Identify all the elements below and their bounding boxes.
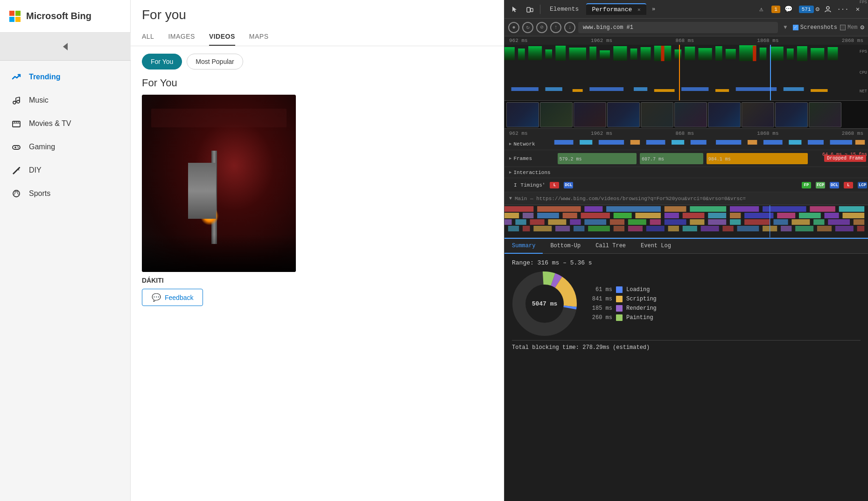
svg-rect-103 — [584, 219, 606, 225]
donut-chart: 5047 ms — [512, 271, 577, 336]
svg-rect-124 — [628, 226, 643, 231]
svg-rect-118 — [523, 226, 530, 231]
legend-painting: 260 ms Painting — [587, 314, 657, 321]
svg-rect-43 — [828, 47, 838, 60]
legend-loading-color — [616, 286, 623, 293]
svg-rect-86 — [581, 213, 610, 218]
url-dropdown-arrow[interactable]: ▼ — [781, 22, 790, 33]
svg-rect-51 — [634, 87, 647, 91]
tab-all[interactable]: ALL — [142, 29, 154, 46]
main-content: For you ALL IMAGES VIDEOS MAPS For You M… — [131, 0, 504, 501]
video-area — [131, 95, 504, 272]
feedback-button[interactable]: 💬 Feedback — [142, 289, 203, 306]
sidebar-item-trending[interactable]: Trending — [0, 65, 130, 89]
network-expand-icon[interactable]: ▶ — [509, 141, 511, 146]
time-marker-2: 868 ms — [675, 131, 694, 136]
refresh-button[interactable]: ↻ — [522, 22, 533, 33]
user-icon[interactable] — [821, 3, 834, 16]
capture-settings-icon[interactable]: ⚙ — [861, 23, 864, 31]
memory-checkbox[interactable]: Mem — [840, 24, 858, 31]
sidebar-collapse-button[interactable] — [0, 33, 131, 61]
perf-timeline: 962 ms 1962 ms 868 ms 1868 ms 2868 ms FP… — [504, 36, 868, 501]
frame-bar: 579.2 ms — [558, 153, 637, 164]
divider — [540, 5, 540, 14]
tab-maps[interactable]: MAPS — [249, 29, 269, 46]
svg-rect-125 — [646, 226, 665, 231]
pill-most-popular[interactable]: Most Popular — [187, 54, 243, 70]
upload-button[interactable]: ↑ — [550, 22, 561, 33]
movies-icon — [11, 118, 21, 129]
sidebar: Microsoft Bing Trending — [0, 0, 131, 501]
sidebar-item-diy[interactable]: DIY — [0, 159, 130, 182]
tab-performance[interactable]: Performance ✕ — [586, 3, 646, 15]
close-performance-tab[interactable]: ✕ — [637, 7, 641, 13]
svg-rect-65 — [716, 140, 741, 145]
tab-elements[interactable]: Elements — [544, 4, 584, 14]
sidebar-item-sports[interactable]: Sports — [0, 182, 130, 205]
svg-rect-83 — [523, 213, 533, 218]
interactions-expand-icon[interactable]: ▶ — [509, 170, 511, 175]
cpu-chart — [504, 63, 845, 84]
legend-rendering-label: Rendering — [626, 305, 657, 312]
summary-tab-eventlog[interactable]: Event Log — [633, 239, 679, 254]
total-blocking-time: Total blocking time: 278.29ms (estimated… — [512, 340, 861, 351]
frames-expand-icon[interactable]: ▶ — [509, 156, 511, 161]
record-button[interactable]: ● — [508, 22, 519, 33]
main-thread-expand-icon[interactable]: ▼ — [509, 196, 512, 201]
screenshots-check-icon: ✓ — [793, 25, 798, 30]
music-icon — [11, 95, 21, 105]
svg-rect-74 — [584, 206, 602, 212]
svg-rect-132 — [781, 226, 791, 231]
sidebar-item-label: Movies & TV — [29, 119, 71, 128]
summary-content: Range: 316 ms – 5.36 s — [504, 254, 868, 356]
filter-pills: For You Most Popular — [131, 46, 504, 77]
trending-icon — [11, 72, 21, 82]
svg-rect-52 — [654, 89, 675, 92]
sidebar-item-gaming[interactable]: Gaming — [0, 135, 130, 159]
sidebar-item-movies[interactable]: Movies & TV — [0, 112, 130, 135]
svg-rect-53 — [681, 87, 708, 91]
svg-rect-76 — [665, 206, 686, 212]
svg-rect-73 — [537, 206, 581, 212]
feedback-icon: 💬 — [152, 293, 161, 302]
svg-rect-44 — [661, 46, 664, 61]
tab-images[interactable]: IMAGES — [168, 29, 195, 46]
summary-tab-calltree[interactable]: Call Tree — [588, 239, 633, 254]
cursor-tool-button[interactable] — [508, 3, 521, 16]
download-button[interactable]: ↓ — [564, 22, 575, 33]
timeline-chart[interactable]: FPS CPU NET — [504, 45, 868, 101]
svg-rect-40 — [787, 49, 794, 60]
more-tabs-button[interactable]: » — [648, 4, 659, 15]
warning-icon: ⚠ — [755, 3, 768, 16]
svg-rect-122 — [588, 226, 610, 231]
video-thumbnail[interactable] — [142, 95, 296, 272]
svg-rect-17 — [527, 7, 530, 12]
stop-button[interactable]: ⊘ — [536, 22, 547, 33]
pill-for-you[interactable]: For You — [142, 54, 182, 70]
svg-rect-77 — [690, 206, 726, 212]
svg-line-3 — [16, 97, 20, 98]
device-toggle-button[interactable] — [523, 3, 536, 16]
more-options-button[interactable]: ··· — [836, 3, 849, 16]
tab-videos[interactable]: VIDEOS — [209, 29, 235, 46]
net-side-label: NET — [846, 87, 868, 96]
flame-chart[interactable] — [504, 205, 868, 238]
brand-name: Microsoft Bing — [26, 11, 91, 21]
sidebar-item-music[interactable]: Music — [0, 89, 130, 112]
svg-rect-129 — [722, 226, 733, 231]
svg-rect-72 — [504, 206, 533, 212]
summary-tab-summary[interactable]: Summary — [504, 239, 543, 254]
screenshots-checkbox[interactable]: ✓ Screenshots — [793, 24, 837, 31]
microsoft-logo — [9, 11, 21, 22]
donut-label: 5047 ms — [532, 300, 558, 307]
gaming-icon — [11, 142, 21, 152]
svg-rect-49 — [573, 89, 583, 92]
timing-badge-FCP: FCP — [816, 182, 825, 188]
legend-scripting: 841 ms Scripting — [587, 296, 657, 302]
svg-rect-21 — [518, 49, 525, 60]
svg-rect-61 — [630, 140, 640, 145]
summary-tab-bottomup[interactable]: Bottom-Up — [543, 239, 588, 254]
settings-gear-icon[interactable]: ⚙ — [816, 5, 819, 13]
svg-rect-42 — [811, 48, 824, 60]
svg-rect-117 — [508, 226, 519, 231]
